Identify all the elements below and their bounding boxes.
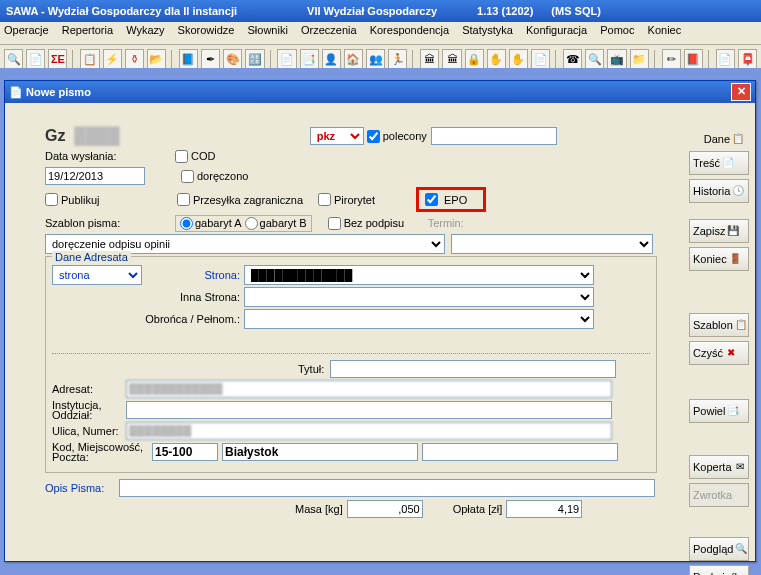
tool-icon[interactable]: ✋ [509,49,528,69]
tool-icon[interactable]: 🎨 [223,49,242,69]
menu-item[interactable]: Konfiguracja [526,24,587,36]
polecony-input[interactable] [431,127,557,145]
tool-icon[interactable]: 📺 [607,49,626,69]
poczta-input[interactable] [422,443,618,461]
drukuj-button[interactable]: Drukuj🖨 [689,565,749,575]
menu-item[interactable]: Wykazy [126,24,164,36]
zapisz-button[interactable]: Zapisz💾 [689,219,749,243]
menu-item[interactable]: Orzeczenia [301,24,357,36]
bezpodpisu-checkbox[interactable] [328,217,341,230]
strona-label: Strona: [142,269,244,281]
tool-icon[interactable]: 🏛 [442,49,461,69]
instytucja-input[interactable] [126,401,612,419]
adresat-input[interactable] [126,380,612,398]
tool-icon[interactable]: ☎ [563,49,582,69]
tool-icon[interactable]: 🔍 [585,49,604,69]
tool-icon[interactable]: 📄 [277,49,296,69]
legend-dane-adresata: Dane Adresata [52,251,131,263]
publikuj-checkbox[interactable] [45,193,58,206]
tab-dane-label[interactable]: Dane [704,133,730,145]
inna-strona-label: Inna Strona: [142,291,244,303]
obronca-label: Obrońca / Pełnom.: [142,313,244,325]
podglad-button[interactable]: Podgląd🔍 [689,537,749,561]
polecony-checkbox[interactable] [367,130,380,143]
strona-select[interactable]: █████████████ [244,265,594,285]
czysc-button[interactable]: Czyść✖ [689,341,749,365]
menu-item[interactable]: Słowniki [248,24,288,36]
koperta-button[interactable]: Koperta✉ [689,455,749,479]
tool-icon[interactable]: 📁 [630,49,649,69]
tytul-input[interactable] [330,360,616,378]
menu-item[interactable]: Korespondencja [370,24,450,36]
tool-icon[interactable]: 📮 [738,49,757,69]
epo-checkbox[interactable] [425,193,438,206]
powiel-button[interactable]: Powiel📑 [689,399,749,423]
tool-icon[interactable]: ✏ [662,49,681,69]
close-icon[interactable]: ✕ [731,83,751,101]
ulica-input[interactable] [126,422,612,440]
opis-input[interactable] [119,479,655,497]
przesylka-checkbox[interactable] [177,193,190,206]
tool-icon[interactable]: 📂 [147,49,166,69]
gabaryt-b-radio[interactable] [245,217,258,230]
zwrotka-button[interactable]: Zwrotka [689,483,749,507]
menu-item[interactable]: Pomoc [600,24,634,36]
data-wyslania-input[interactable] [45,167,145,185]
termin-select[interactable] [451,234,653,254]
kod-input[interactable] [152,443,218,461]
oplata-input[interactable] [506,500,582,518]
tool-icon[interactable]: 🏛 [420,49,439,69]
menu-item[interactable]: Skorowidze [178,24,235,36]
tool-icon[interactable]: 📄 [26,49,45,69]
tool-icon[interactable]: 🔍 [4,49,23,69]
menu-item[interactable]: Repertoria [62,24,113,36]
cod-checkbox[interactable] [175,150,188,163]
tool-icon[interactable]: 👥 [366,49,385,69]
gabaryt-a-radio[interactable] [180,217,193,230]
bezpodpisu-label: Bez podpisu [344,217,420,229]
tool-icon[interactable]: 👤 [322,49,341,69]
dane-adresata-fieldset: Dane Adresata strona Strona: ███████████… [45,256,657,473]
tool-icon[interactable]: 📑 [300,49,319,69]
tool-icon[interactable]: 🔠 [245,49,264,69]
tool-icon[interactable]: ✒ [201,49,220,69]
tool-icon[interactable]: ΣE [48,49,67,69]
tool-icon[interactable]: 📋 [80,49,99,69]
child-window: 📄 Nowe pismo ✕ Dane📋 Treść📄 Historia🕓 Za… [4,80,756,562]
child-title-bar: 📄 Nowe pismo ✕ [5,81,755,103]
clear-icon: ✖ [724,346,738,360]
miejscowosc-input[interactable] [222,443,418,461]
tool-icon[interactable]: 📘 [179,49,198,69]
app-db: (MS SQL) [551,0,601,22]
menu-item[interactable]: Operacje [4,24,49,36]
historia-button[interactable]: Historia🕓 [689,179,749,203]
menu-item[interactable]: Statystyka [462,24,513,36]
obronca-select[interactable] [244,309,594,329]
priorytet-checkbox[interactable] [318,193,331,206]
tool-icon[interactable]: 🔒 [465,49,484,69]
masa-input[interactable] [347,500,423,518]
epo-label: EPO [444,194,467,206]
opis-label: Opis Pisma: [45,482,119,494]
tool-icon[interactable]: 🏠 [344,49,363,69]
template-icon: 📋 [734,318,748,332]
tool-icon[interactable]: 📕 [684,49,703,69]
adresat-type-select[interactable]: strona [52,265,142,285]
szablon-button[interactable]: Szablon📋 [689,313,749,337]
pkz-select[interactable]: pkz [310,127,364,145]
inna-strona-select[interactable] [244,287,594,307]
tool-icon[interactable]: 🏃 [388,49,407,69]
menu-item[interactable]: Koniec [648,24,682,36]
koniec-button[interactable]: Koniec🚪 [689,247,749,271]
gabaryt-a-label: gabaryt A [195,217,241,229]
tool-icon[interactable]: 📄 [531,49,550,69]
doreczono-label: doręczono [197,170,248,182]
tresc-button[interactable]: Treść📄 [689,151,749,175]
tool-icon[interactable]: ⚱ [125,49,144,69]
cod-label: COD [191,150,215,162]
env-icon: ✉ [733,460,747,474]
tool-icon[interactable]: 📄 [716,49,735,69]
doreczono-checkbox[interactable] [181,170,194,183]
tool-icon[interactable]: ⚡ [103,49,122,69]
tool-icon[interactable]: ✋ [487,49,506,69]
